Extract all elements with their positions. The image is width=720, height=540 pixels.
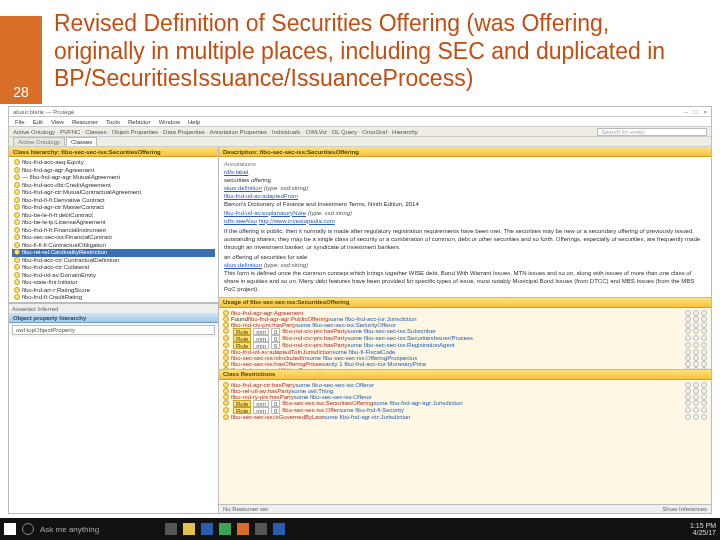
edge-icon[interactable] bbox=[201, 523, 213, 535]
row-action-icon[interactable] bbox=[701, 400, 707, 406]
tree-item[interactable]: — fibo-fnd-agr-agr:MutualAgreement bbox=[12, 174, 215, 182]
menu-reasoner[interactable]: Reasoner bbox=[72, 119, 98, 125]
tree-item[interactable]: fibo-fnd-acc-ctr:ContractualDefinition bbox=[12, 257, 215, 265]
tab-classes[interactable]: Classes bbox=[66, 137, 97, 146]
tree-item[interactable]: fibo-fnd-agr-agr:Agreement bbox=[12, 167, 215, 175]
office-icon[interactable] bbox=[237, 523, 249, 535]
tree-item[interactable]: fibo-fnd-agr-ctr:MutualContractualAgreem… bbox=[12, 189, 215, 197]
tree-item[interactable]: fibo-fnd-fi:CreditRating bbox=[12, 294, 215, 302]
property-ref[interactable]: fibo-md-civ-prs:hasParty bbox=[282, 328, 347, 334]
row-action-icon[interactable] bbox=[701, 407, 707, 413]
row-action-icon[interactable] bbox=[693, 414, 699, 420]
menu-file[interactable]: File bbox=[15, 119, 25, 125]
row-action-icon[interactable] bbox=[685, 335, 691, 341]
usage-body[interactable]: fibo-fnd-agr-agr:AgreementFound fibo-fnd… bbox=[219, 308, 711, 369]
row-action-icon[interactable] bbox=[693, 407, 699, 413]
tree-tab-inferred[interactable]: Inferred bbox=[38, 306, 59, 312]
tree-tab-asserted[interactable]: Asserted bbox=[12, 306, 36, 312]
class-ref[interactable]: some fibo-sec-sec-iss:SecurityOfferor bbox=[296, 322, 396, 328]
row-action-icon[interactable] bbox=[685, 328, 691, 334]
menu-edit[interactable]: Edit bbox=[33, 119, 43, 125]
tree-item[interactable]: fibo-fnd-fi-fi:Derivative Contract bbox=[12, 197, 215, 205]
app-icon[interactable] bbox=[255, 523, 267, 535]
row-action-icon[interactable] bbox=[685, 400, 691, 406]
tree-item[interactable]: fibo-sec-sec-iss:FinancialContract bbox=[12, 234, 215, 242]
property-ref[interactable]: fibo-sec-sec-iss:SecuritiesOffering bbox=[282, 400, 373, 406]
start-button[interactable] bbox=[4, 523, 16, 535]
see-also-link[interactable]: http://www.investopedia.com bbox=[259, 218, 335, 224]
menu-bar[interactable]: File Edit View Reasoner Tools Refactor W… bbox=[9, 117, 711, 127]
window-minimize-button[interactable]: – bbox=[685, 109, 688, 115]
class-ref[interactable]: some fibo-sec-sec-iss:SecuritiesIssuer/P… bbox=[347, 335, 473, 341]
tree-item[interactable]: fibo-fnd-utl-av:DomainEntity bbox=[12, 272, 215, 280]
menu-tools[interactable]: Tools bbox=[106, 119, 120, 125]
window-maximize-button[interactable]: □ bbox=[694, 109, 698, 115]
status-right[interactable]: Show Inferences bbox=[662, 505, 707, 513]
menu-window[interactable]: Window bbox=[159, 119, 180, 125]
axiom-row[interactable]: Rulemin0fibo-md-civ-prs:hasParty some fi… bbox=[223, 342, 707, 349]
row-action-icon[interactable] bbox=[701, 342, 707, 348]
row-action-icon[interactable] bbox=[685, 407, 691, 413]
class-ref[interactable]: some fibo-sec-sec-iss:RegistrationAgent bbox=[347, 342, 454, 348]
row-action-icon[interactable] bbox=[693, 367, 699, 369]
window-close-button[interactable]: × bbox=[703, 109, 707, 115]
axiom-row[interactable]: Rulemin0fibo-sec-sec-iss:SecuritiesOffer… bbox=[223, 400, 707, 407]
adapted-from-prop[interactable]: fibo-fnd-utl-av:adaptedFrom bbox=[224, 193, 298, 199]
object-property-dropdown[interactable]: owl:topObjectProperty bbox=[12, 325, 215, 335]
row-action-icon[interactable] bbox=[693, 394, 699, 400]
menu-refactor[interactable]: Refactor bbox=[128, 119, 151, 125]
row-action-icon[interactable] bbox=[693, 335, 699, 341]
row-action-icon[interactable] bbox=[701, 328, 707, 334]
taskbar-pinned-apps[interactable] bbox=[165, 523, 285, 535]
tree-item[interactable]: fibo-fnd-acc-dbt:CreditAgreement bbox=[12, 182, 215, 190]
explanatory-note-prop[interactable]: fibo-fnd-utl-av:explanatoryNote bbox=[224, 210, 306, 216]
row-action-icon[interactable] bbox=[701, 394, 707, 400]
tree-item[interactable]: fibo-be-le-fi-fi:debtContract bbox=[12, 212, 215, 220]
taskbar-search-input[interactable]: Ask me anything bbox=[40, 525, 99, 534]
restrictions-body[interactable]: fibo-fnd-agr-ctr:hasParty some fibo-sec-… bbox=[219, 380, 711, 505]
menu-view[interactable]: View bbox=[51, 119, 64, 125]
row-action-icon[interactable] bbox=[685, 414, 691, 420]
row-action-icon[interactable] bbox=[701, 367, 707, 369]
app-icon-2[interactable] bbox=[273, 523, 285, 535]
class-ref[interactable]: some fibo-sec-sec-iss:Subscriber bbox=[347, 328, 435, 334]
file-explorer-icon[interactable] bbox=[183, 523, 195, 535]
menu-help[interactable]: Help bbox=[188, 119, 200, 125]
row-action-icon[interactable] bbox=[693, 322, 699, 328]
tree-item[interactable]: fibo-be-le-lp:LicenseAgreement bbox=[12, 219, 215, 227]
tab-active-ontology[interactable]: Active Ontology bbox=[13, 137, 65, 146]
tree-item[interactable]: fibo-fnd-arr-r:RatingScore bbox=[12, 287, 215, 295]
property-ref[interactable]: fibo-md-civ-prs:hasParty bbox=[282, 342, 347, 348]
row-action-icon[interactable] bbox=[701, 335, 707, 341]
store-icon[interactable] bbox=[219, 523, 231, 535]
row-action-icon[interactable] bbox=[693, 328, 699, 334]
cortana-icon[interactable] bbox=[22, 523, 34, 535]
skos-definition-prop-2[interactable]: skos:definition bbox=[224, 262, 262, 268]
tree-item[interactable]: fibo-rel-rel:CardinalityRestriction bbox=[12, 249, 215, 257]
row-action-icon[interactable] bbox=[685, 342, 691, 348]
entity-search-input[interactable]: Search for entity bbox=[597, 128, 707, 136]
class-ref[interactable]: some fibo-fnd-agr-ctr:Jurisdiction bbox=[323, 414, 410, 420]
axiom-row[interactable]: Rulemin0fibo-sec-sec-iss:Offer some fibo… bbox=[223, 407, 707, 414]
class-ref[interactable]: some fibo-sec-sec-iss:Offeror bbox=[294, 394, 372, 400]
row-action-icon[interactable] bbox=[693, 400, 699, 406]
row-action-icon[interactable] bbox=[685, 367, 691, 369]
row-action-icon[interactable] bbox=[693, 342, 699, 348]
rdfs-label-prop[interactable]: rdfs:label bbox=[224, 169, 248, 175]
tree-item[interactable]: fibo-fnd-acc-aeq:Equity bbox=[12, 159, 215, 167]
property-ref[interactable]: fibo-md-civ-prs:hasParty bbox=[282, 335, 347, 341]
tree-item[interactable]: fibo-fi-fi-fi:ContractualObligation bbox=[12, 242, 215, 250]
property-ref[interactable]: fibo-sec-sec-iss:Offer bbox=[282, 407, 339, 413]
property-ref[interactable]: fibo-sec-sec-iss:isGovernedByLaw bbox=[231, 414, 323, 420]
row-action-icon[interactable] bbox=[701, 322, 707, 328]
tree-item[interactable]: fibo-fnd-acc-ctr:Collateral bbox=[12, 264, 215, 272]
see-also-prop[interactable]: rdfs:seeAlso bbox=[224, 218, 257, 224]
row-action-icon[interactable] bbox=[701, 414, 707, 420]
class-ref[interactable]: exactly 1 fibo-fnd-acc-cur:MonetaryPrice bbox=[319, 361, 426, 367]
tree-item[interactable]: fibo-fnd-agr-ctr:MasterContract bbox=[12, 204, 215, 212]
class-ref[interactable]: some fibo-fnd-fi-Security bbox=[339, 407, 404, 413]
axiom-row[interactable]: Rulemin0fibo-md-civ-prs:hasParty some fi… bbox=[223, 328, 707, 335]
windows-taskbar[interactable]: Ask me anything 1:15 PM 4/25/17 bbox=[0, 518, 720, 540]
axiom-row[interactable]: fibo-fnd-agr-ctr-ar:WrittenContract bbox=[223, 367, 707, 369]
class-ref[interactable]: some fibo-fnd-agr-agr:Jurisdiction bbox=[373, 400, 462, 406]
